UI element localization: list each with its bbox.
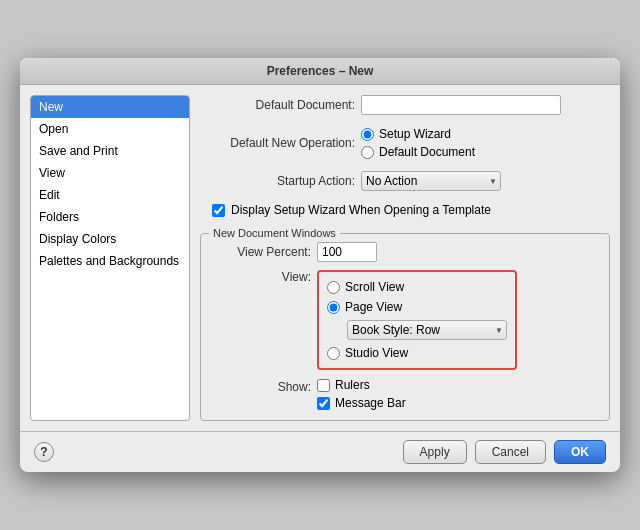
startup-action-row: Startup Action: No Action	[200, 171, 610, 191]
titlebar: Preferences – New	[20, 58, 620, 85]
rulers-checkbox[interactable]	[317, 379, 330, 392]
new-document-windows-group: New Document Windows View Percent: View:…	[200, 233, 610, 421]
book-style-select[interactable]: Book Style: Row Book Style: Column Singl…	[347, 320, 507, 340]
book-style-row: Book Style: Row Book Style: Column Singl…	[347, 320, 507, 340]
sidebar-item-open[interactable]: Open	[31, 118, 189, 140]
sidebar-item-edit[interactable]: Edit	[31, 184, 189, 206]
preferences-dialog: Preferences – New New Open Save and Prin…	[20, 58, 620, 472]
default-new-operation-row: Default New Operation: Setup Wizard Defa…	[200, 127, 610, 159]
message-bar-row: Message Bar	[317, 396, 406, 410]
default-document-label: Default Document:	[200, 98, 355, 112]
view-percent-label: View Percent:	[211, 245, 311, 259]
sidebar: New Open Save and Print View Edit Folder…	[30, 95, 190, 421]
rulers-label: Rulers	[335, 378, 370, 392]
default-new-operation-radios: Setup Wizard Default Document	[361, 127, 475, 159]
radio-studio-view-label: Studio View	[345, 346, 408, 360]
radio-row-studio-view: Studio View	[327, 346, 507, 360]
default-document-input[interactable]	[361, 95, 561, 115]
radio-row-setup-wizard: Setup Wizard	[361, 127, 475, 141]
radio-row-page-view: Page View	[327, 300, 507, 314]
footer-left: ?	[34, 442, 54, 462]
footer-right: Apply Cancel OK	[403, 440, 606, 464]
default-new-operation-label: Default New Operation:	[200, 136, 355, 150]
message-bar-checkbox[interactable]	[317, 397, 330, 410]
startup-action-select-wrapper: No Action	[361, 171, 501, 191]
book-style-select-wrapper: Book Style: Row Book Style: Column Singl…	[347, 320, 507, 340]
sidebar-item-view[interactable]: View	[31, 162, 189, 184]
startup-action-select[interactable]: No Action	[361, 171, 501, 191]
view-percent-input[interactable]	[317, 242, 377, 262]
radio-row-scroll-view: Scroll View	[327, 280, 507, 294]
radio-studio-view[interactable]	[327, 347, 340, 360]
radio-row-default-document: Default Document	[361, 145, 475, 159]
startup-action-label: Startup Action:	[200, 174, 355, 188]
radio-setup-wizard[interactable]	[361, 128, 374, 141]
ok-button[interactable]: OK	[554, 440, 606, 464]
radio-default-document[interactable]	[361, 146, 374, 159]
radio-default-document-label: Default Document	[379, 145, 475, 159]
window-title: Preferences – New	[267, 64, 374, 78]
view-options-box: Scroll View Page View Book Style: Row Bo…	[317, 270, 517, 370]
radio-scroll-view-label: Scroll View	[345, 280, 404, 294]
footer: ? Apply Cancel OK	[20, 431, 620, 472]
cancel-button[interactable]: Cancel	[475, 440, 546, 464]
help-button[interactable]: ?	[34, 442, 54, 462]
display-setup-wizard-checkbox[interactable]	[212, 204, 225, 217]
new-document-windows-label: New Document Windows	[209, 227, 340, 239]
sidebar-item-folders[interactable]: Folders	[31, 206, 189, 228]
sidebar-item-display-colors[interactable]: Display Colors	[31, 228, 189, 250]
radio-page-view-label: Page View	[345, 300, 402, 314]
view-percent-row: View Percent:	[211, 242, 599, 262]
rulers-row: Rulers	[317, 378, 406, 392]
message-bar-label: Message Bar	[335, 396, 406, 410]
sidebar-item-save-print[interactable]: Save and Print	[31, 140, 189, 162]
main-panel: Default Document: Default New Operation:…	[200, 95, 610, 421]
default-document-row: Default Document:	[200, 95, 610, 115]
display-setup-wizard-row: Display Setup Wizard When Opening a Temp…	[212, 203, 610, 217]
view-label: View:	[211, 266, 311, 284]
sidebar-item-palettes[interactable]: Palettes and Backgrounds	[31, 250, 189, 272]
radio-page-view[interactable]	[327, 301, 340, 314]
radio-scroll-view[interactable]	[327, 281, 340, 294]
radio-setup-wizard-label: Setup Wizard	[379, 127, 451, 141]
apply-button[interactable]: Apply	[403, 440, 467, 464]
sidebar-item-new[interactable]: New	[31, 96, 189, 118]
show-label: Show:	[211, 378, 311, 394]
show-options: Rulers Message Bar	[317, 378, 406, 410]
display-setup-wizard-label: Display Setup Wizard When Opening a Temp…	[231, 203, 491, 217]
